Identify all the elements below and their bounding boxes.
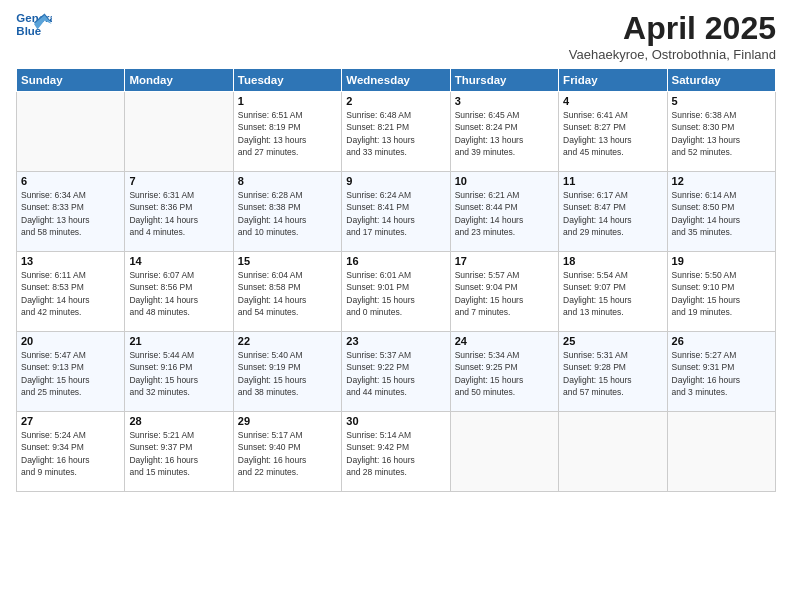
day-number: 5 <box>672 95 771 107</box>
calendar-cell: 28Sunrise: 5:21 AMSunset: 9:37 PMDayligh… <box>125 412 233 492</box>
day-number: 16 <box>346 255 445 267</box>
weekday-header-saturday: Saturday <box>667 69 775 92</box>
day-info: Sunrise: 5:37 AMSunset: 9:22 PMDaylight:… <box>346 349 445 398</box>
calendar-cell: 11Sunrise: 6:17 AMSunset: 8:47 PMDayligh… <box>559 172 667 252</box>
day-number: 17 <box>455 255 554 267</box>
day-info: Sunrise: 6:48 AMSunset: 8:21 PMDaylight:… <box>346 109 445 158</box>
calendar-cell: 6Sunrise: 6:34 AMSunset: 8:33 PMDaylight… <box>17 172 125 252</box>
calendar-cell: 24Sunrise: 5:34 AMSunset: 9:25 PMDayligh… <box>450 332 558 412</box>
calendar-week-row: 13Sunrise: 6:11 AMSunset: 8:53 PMDayligh… <box>17 252 776 332</box>
calendar-cell: 1Sunrise: 6:51 AMSunset: 8:19 PMDaylight… <box>233 92 341 172</box>
day-info: Sunrise: 5:44 AMSunset: 9:16 PMDaylight:… <box>129 349 228 398</box>
day-info: Sunrise: 5:50 AMSunset: 9:10 PMDaylight:… <box>672 269 771 318</box>
day-info: Sunrise: 6:31 AMSunset: 8:36 PMDaylight:… <box>129 189 228 238</box>
calendar-week-row: 1Sunrise: 6:51 AMSunset: 8:19 PMDaylight… <box>17 92 776 172</box>
weekday-header-row: SundayMondayTuesdayWednesdayThursdayFrid… <box>17 69 776 92</box>
day-number: 4 <box>563 95 662 107</box>
title-block: April 2025 Vaehaekyroe, Ostrobothnia, Fi… <box>569 10 776 62</box>
weekday-header-thursday: Thursday <box>450 69 558 92</box>
day-number: 15 <box>238 255 337 267</box>
calendar-cell: 2Sunrise: 6:48 AMSunset: 8:21 PMDaylight… <box>342 92 450 172</box>
day-info: Sunrise: 5:31 AMSunset: 9:28 PMDaylight:… <box>563 349 662 398</box>
day-info: Sunrise: 6:21 AMSunset: 8:44 PMDaylight:… <box>455 189 554 238</box>
weekday-header-sunday: Sunday <box>17 69 125 92</box>
day-info: Sunrise: 6:11 AMSunset: 8:53 PMDaylight:… <box>21 269 120 318</box>
calendar-cell: 9Sunrise: 6:24 AMSunset: 8:41 PMDaylight… <box>342 172 450 252</box>
day-number: 23 <box>346 335 445 347</box>
calendar-week-row: 6Sunrise: 6:34 AMSunset: 8:33 PMDaylight… <box>17 172 776 252</box>
day-info: Sunrise: 6:34 AMSunset: 8:33 PMDaylight:… <box>21 189 120 238</box>
calendar-cell: 16Sunrise: 6:01 AMSunset: 9:01 PMDayligh… <box>342 252 450 332</box>
day-info: Sunrise: 5:34 AMSunset: 9:25 PMDaylight:… <box>455 349 554 398</box>
day-number: 6 <box>21 175 120 187</box>
day-number: 20 <box>21 335 120 347</box>
weekday-header-wednesday: Wednesday <box>342 69 450 92</box>
day-number: 27 <box>21 415 120 427</box>
day-number: 18 <box>563 255 662 267</box>
day-info: Sunrise: 6:45 AMSunset: 8:24 PMDaylight:… <box>455 109 554 158</box>
calendar-cell: 21Sunrise: 5:44 AMSunset: 9:16 PMDayligh… <box>125 332 233 412</box>
day-info: Sunrise: 5:57 AMSunset: 9:04 PMDaylight:… <box>455 269 554 318</box>
calendar-cell: 20Sunrise: 5:47 AMSunset: 9:13 PMDayligh… <box>17 332 125 412</box>
day-info: Sunrise: 6:41 AMSunset: 8:27 PMDaylight:… <box>563 109 662 158</box>
logo-icon: General Blue <box>16 10 52 40</box>
calendar-cell: 15Sunrise: 6:04 AMSunset: 8:58 PMDayligh… <box>233 252 341 332</box>
day-number: 12 <box>672 175 771 187</box>
calendar-cell <box>17 92 125 172</box>
day-info: Sunrise: 5:54 AMSunset: 9:07 PMDaylight:… <box>563 269 662 318</box>
calendar-cell: 30Sunrise: 5:14 AMSunset: 9:42 PMDayligh… <box>342 412 450 492</box>
day-info: Sunrise: 5:40 AMSunset: 9:19 PMDaylight:… <box>238 349 337 398</box>
day-info: Sunrise: 6:14 AMSunset: 8:50 PMDaylight:… <box>672 189 771 238</box>
calendar-table: SundayMondayTuesdayWednesdayThursdayFrid… <box>16 68 776 492</box>
day-info: Sunrise: 5:47 AMSunset: 9:13 PMDaylight:… <box>21 349 120 398</box>
calendar-week-row: 20Sunrise: 5:47 AMSunset: 9:13 PMDayligh… <box>17 332 776 412</box>
calendar-header: SundayMondayTuesdayWednesdayThursdayFrid… <box>17 69 776 92</box>
calendar-cell: 7Sunrise: 6:31 AMSunset: 8:36 PMDaylight… <box>125 172 233 252</box>
day-number: 21 <box>129 335 228 347</box>
calendar-body: 1Sunrise: 6:51 AMSunset: 8:19 PMDaylight… <box>17 92 776 492</box>
calendar-cell <box>125 92 233 172</box>
day-number: 19 <box>672 255 771 267</box>
weekday-header-monday: Monday <box>125 69 233 92</box>
calendar-cell: 26Sunrise: 5:27 AMSunset: 9:31 PMDayligh… <box>667 332 775 412</box>
calendar-cell: 19Sunrise: 5:50 AMSunset: 9:10 PMDayligh… <box>667 252 775 332</box>
main-title: April 2025 <box>569 10 776 47</box>
calendar-cell: 5Sunrise: 6:38 AMSunset: 8:30 PMDaylight… <box>667 92 775 172</box>
calendar-cell <box>559 412 667 492</box>
day-info: Sunrise: 5:17 AMSunset: 9:40 PMDaylight:… <box>238 429 337 478</box>
calendar-cell: 25Sunrise: 5:31 AMSunset: 9:28 PMDayligh… <box>559 332 667 412</box>
calendar-cell: 12Sunrise: 6:14 AMSunset: 8:50 PMDayligh… <box>667 172 775 252</box>
day-info: Sunrise: 6:24 AMSunset: 8:41 PMDaylight:… <box>346 189 445 238</box>
day-number: 14 <box>129 255 228 267</box>
weekday-header-tuesday: Tuesday <box>233 69 341 92</box>
calendar-cell: 17Sunrise: 5:57 AMSunset: 9:04 PMDayligh… <box>450 252 558 332</box>
day-number: 24 <box>455 335 554 347</box>
day-number: 11 <box>563 175 662 187</box>
calendar-cell: 4Sunrise: 6:41 AMSunset: 8:27 PMDaylight… <box>559 92 667 172</box>
page: General Blue April 2025 Vaehaekyroe, Ost… <box>0 0 792 612</box>
calendar-cell <box>450 412 558 492</box>
calendar-cell <box>667 412 775 492</box>
calendar-week-row: 27Sunrise: 5:24 AMSunset: 9:34 PMDayligh… <box>17 412 776 492</box>
calendar-cell: 23Sunrise: 5:37 AMSunset: 9:22 PMDayligh… <box>342 332 450 412</box>
day-info: Sunrise: 6:07 AMSunset: 8:56 PMDaylight:… <box>129 269 228 318</box>
day-number: 26 <box>672 335 771 347</box>
day-info: Sunrise: 5:14 AMSunset: 9:42 PMDaylight:… <box>346 429 445 478</box>
day-number: 30 <box>346 415 445 427</box>
day-info: Sunrise: 6:01 AMSunset: 9:01 PMDaylight:… <box>346 269 445 318</box>
calendar-cell: 3Sunrise: 6:45 AMSunset: 8:24 PMDaylight… <box>450 92 558 172</box>
day-number: 7 <box>129 175 228 187</box>
day-info: Sunrise: 6:28 AMSunset: 8:38 PMDaylight:… <box>238 189 337 238</box>
calendar-cell: 18Sunrise: 5:54 AMSunset: 9:07 PMDayligh… <box>559 252 667 332</box>
day-number: 29 <box>238 415 337 427</box>
day-number: 8 <box>238 175 337 187</box>
subtitle: Vaehaekyroe, Ostrobothnia, Finland <box>569 47 776 62</box>
day-number: 2 <box>346 95 445 107</box>
day-number: 3 <box>455 95 554 107</box>
day-info: Sunrise: 6:04 AMSunset: 8:58 PMDaylight:… <box>238 269 337 318</box>
logo: General Blue <box>16 10 52 40</box>
calendar-cell: 10Sunrise: 6:21 AMSunset: 8:44 PMDayligh… <box>450 172 558 252</box>
day-number: 28 <box>129 415 228 427</box>
calendar-cell: 13Sunrise: 6:11 AMSunset: 8:53 PMDayligh… <box>17 252 125 332</box>
day-number: 13 <box>21 255 120 267</box>
